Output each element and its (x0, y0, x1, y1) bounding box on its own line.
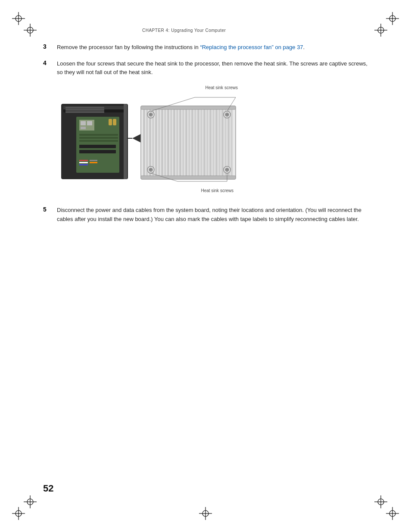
svg-rect-48 (90, 160, 97, 161)
svg-rect-83 (230, 108, 233, 177)
svg-rect-78 (215, 108, 218, 177)
svg-rect-35 (81, 121, 86, 125)
svg-rect-79 (218, 108, 221, 177)
svg-rect-75 (206, 108, 209, 177)
svg-rect-69 (188, 108, 190, 177)
reg-mark-tl2 (24, 24, 37, 37)
heat-sink-label-bottom: Heat sink screws (201, 188, 234, 193)
step-3-link[interactable]: “Replacing the processor fan” on page 37 (200, 44, 303, 50)
svg-rect-55 (146, 108, 148, 177)
heat-sink-label-top: Heat sink screws (205, 85, 238, 90)
main-content: 3 Remove the processor fan by following … (43, 43, 368, 231)
svg-rect-73 (200, 108, 202, 177)
step-3-text: Remove the processor fan by following th… (57, 43, 305, 52)
step-3: 3 Remove the processor fan by following … (43, 43, 368, 52)
svg-rect-62 (167, 108, 169, 177)
reg-mark-bl2 (24, 495, 37, 508)
svg-rect-47 (79, 164, 88, 165)
svg-rect-66 (179, 108, 181, 177)
svg-rect-43 (79, 145, 116, 148)
svg-rect-60 (161, 108, 163, 177)
svg-rect-30 (65, 107, 104, 109)
step-4: 4 Loosen the four screws that secure the… (43, 59, 368, 77)
svg-rect-42 (113, 119, 116, 125)
svg-rect-38 (79, 134, 118, 136)
step-5-text: Disconnect the power and data cables fro… (57, 206, 368, 223)
reg-mark-br (386, 507, 399, 520)
svg-rect-39 (79, 137, 118, 139)
svg-rect-71 (194, 108, 196, 177)
reg-mark-br2 (374, 495, 387, 508)
svg-rect-45 (79, 160, 88, 161)
step-4-number: 4 (43, 59, 53, 66)
svg-rect-72 (197, 108, 199, 177)
svg-rect-77 (212, 108, 215, 177)
svg-rect-54 (143, 108, 145, 177)
svg-rect-61 (164, 108, 166, 177)
svg-rect-36 (87, 121, 92, 125)
page-number: 52 (43, 483, 53, 494)
svg-rect-58 (155, 108, 157, 177)
reg-mark-bc (199, 507, 212, 520)
diagram-svg (57, 93, 242, 184)
svg-rect-76 (209, 108, 212, 177)
reg-mark-bl (12, 507, 25, 520)
svg-marker-51 (132, 134, 141, 143)
svg-rect-74 (203, 108, 206, 177)
svg-rect-40 (79, 140, 118, 142)
svg-rect-85 (141, 176, 236, 179)
svg-rect-63 (170, 108, 172, 177)
step-5: 5 Disconnect the power and data cables f… (43, 206, 368, 223)
step-5-number: 5 (43, 206, 53, 213)
svg-rect-46 (79, 162, 88, 163)
svg-rect-41 (109, 119, 112, 125)
svg-rect-80 (221, 108, 224, 177)
reg-mark-tr (386, 12, 399, 25)
svg-rect-44 (79, 150, 116, 153)
svg-rect-50 (124, 104, 127, 179)
svg-rect-59 (158, 108, 160, 177)
svg-rect-64 (173, 108, 175, 177)
svg-rect-49 (90, 162, 97, 163)
svg-rect-31 (65, 109, 104, 111)
diagram-wrapper: Heat sink screws (57, 93, 242, 185)
step-3-number: 3 (43, 43, 53, 50)
svg-rect-65 (176, 108, 178, 177)
svg-rect-32 (65, 111, 104, 113)
reg-mark-tl (12, 12, 25, 25)
svg-rect-84 (141, 106, 236, 109)
svg-rect-67 (182, 108, 184, 177)
step-4-text: Loosen the four screws that secure the h… (57, 59, 368, 77)
svg-rect-37 (81, 127, 86, 129)
svg-rect-68 (185, 108, 187, 177)
svg-rect-70 (191, 108, 193, 177)
chapter-header: CHAPTER 4: Upgrading Your Computer (142, 28, 226, 33)
diagram-area: Heat sink screws (57, 84, 368, 198)
reg-mark-tr2 (374, 24, 387, 37)
